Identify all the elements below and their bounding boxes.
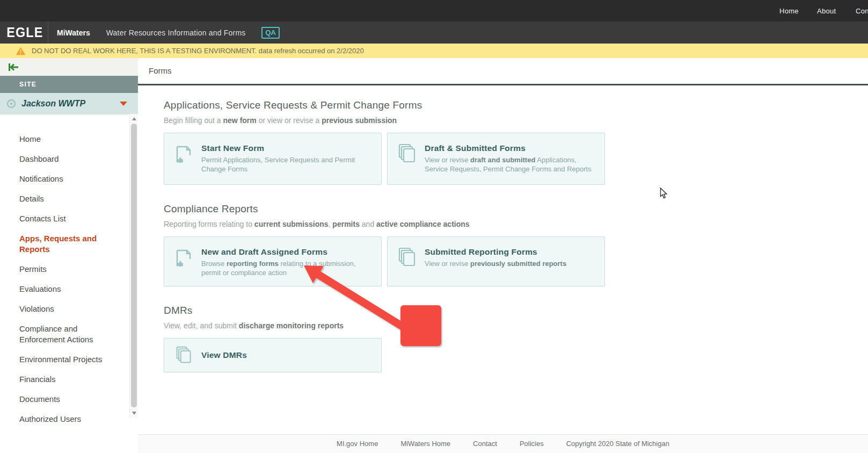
stacked-forms-icon — [175, 346, 193, 364]
new-form-icon — [175, 143, 193, 164]
sidebar-item-permits[interactable]: Permits — [19, 264, 115, 275]
environment-badge: QA — [261, 27, 280, 39]
sidebar-item-compliance-enforcement[interactable]: Compliance and Enforcement Actions — [19, 323, 115, 345]
card-description: Browse reporting forms relating to a sub… — [201, 259, 373, 277]
footer-copyright: Copyright 2020 State of Michigan — [566, 440, 669, 453]
footer-link-miwaters-home[interactable]: MiWaters Home — [400, 440, 450, 453]
page-header: Forms — [138, 58, 868, 85]
topbar-link-home[interactable]: Home — [779, 7, 799, 15]
top-utility-bar: Home About Contact — [0, 0, 868, 21]
card-submitted-reporting-forms[interactable]: Submitted Reporting Forms View or revise… — [387, 236, 605, 286]
card-title: New and Draft Assigned Forms — [201, 247, 373, 257]
testing-environment-banner: DO NOT DO REAL WORK HERE, THIS IS A TEST… — [0, 44, 868, 58]
site-name: Jackson WWTP — [21, 99, 85, 109]
section-heading-compliance: Compliance Reports — [164, 203, 868, 215]
card-new-draft-assigned-forms[interactable]: New and Draft Assigned Forms Browse repo… — [164, 236, 382, 286]
card-title: Draft & Submitted Forms — [425, 143, 596, 153]
app-subtitle: Water Resources Information and Forms — [106, 28, 246, 37]
section-heading-applications: Applications, Service Requests & Permit … — [164, 99, 868, 111]
sidebar-scrollbar[interactable] — [129, 114, 138, 418]
sidebar-item-apps-requests-reports[interactable]: Apps, Requests and Reports — [19, 233, 115, 255]
sidebar-item-notifications[interactable]: Notifications — [19, 174, 115, 184]
card-view-dmrs[interactable]: View DMRs — [164, 338, 382, 372]
main-content: Forms Applications, Service Requests & P… — [138, 58, 868, 453]
footer-link-contact[interactable]: Contact — [473, 440, 497, 453]
warning-icon — [16, 47, 26, 55]
sidebar-item-details[interactable]: Details — [19, 193, 115, 204]
sidebar-item-financials[interactable]: Financials — [19, 374, 115, 385]
section-subtitle-applications: Begin filling out a new form or view or … — [164, 116, 868, 125]
sidebar-item-evaluations[interactable]: Evaluations — [19, 284, 115, 294]
card-title: View DMRs — [201, 350, 247, 360]
section-subtitle-dmrs: View, edit, and submit discharge monitor… — [164, 321, 868, 330]
header-divider — [48, 21, 48, 44]
card-title: Submitted Reporting Forms — [425, 247, 566, 257]
page-title: Forms — [138, 58, 172, 84]
sidebar-item-violations[interactable]: Violations — [19, 304, 115, 314]
sidebar-item-contacts-list[interactable]: Contacts List — [19, 213, 115, 224]
footer-link-migov-home[interactable]: MI.gov Home — [337, 440, 378, 453]
section-heading-dmrs: DMRs — [164, 305, 868, 317]
footer-link-policies[interactable]: Policies — [520, 440, 544, 453]
site-section-label: SITE — [0, 76, 138, 93]
sidebar-nav: Home Dashboard Notifications Details Con… — [0, 114, 115, 425]
sidebar: SITE Jackson WWTP Home Dashboard Notific… — [0, 58, 138, 453]
footer: MI.gov Home MiWaters Home Contact Polici… — [138, 434, 868, 453]
scrollbar-thumb[interactable] — [131, 124, 137, 407]
card-description: View or revise draft and submitted Appli… — [425, 155, 596, 174]
sidebar-item-authorized-users[interactable]: Authorized Users — [19, 414, 115, 425]
chevron-down-icon[interactable] — [120, 102, 127, 106]
card-draft-submitted-forms[interactable]: Draft & Submitted Forms View or revise d… — [387, 133, 605, 185]
collapse-sidebar-icon[interactable] — [8, 63, 19, 71]
scrollbar-up-arrow[interactable] — [132, 117, 136, 120]
card-description: Permit Applications, Service Requests an… — [201, 155, 373, 174]
sidebar-item-dashboard[interactable]: Dashboard — [19, 154, 115, 164]
topbar-link-contact[interactable]: Contact — [856, 7, 868, 15]
sidebar-item-documents[interactable]: Documents — [19, 394, 115, 405]
new-form-icon — [175, 247, 193, 268]
stacked-forms-icon — [398, 143, 417, 164]
stacked-forms-icon — [398, 247, 417, 268]
banner-text: DO NOT DO REAL WORK HERE, THIS IS A TEST… — [32, 47, 364, 55]
sidebar-item-home[interactable]: Home — [19, 134, 115, 145]
app-name[interactable]: MiWaters — [57, 28, 90, 37]
site-selector[interactable]: Jackson WWTP — [0, 93, 138, 114]
section-subtitle-compliance: Reporting forms relating to current subm… — [164, 220, 868, 228]
scrollbar-down-arrow[interactable] — [132, 412, 136, 415]
app-header-bar: EGLE MiWaters Water Resources Informatio… — [0, 21, 868, 44]
card-title: Start New Form — [201, 143, 373, 153]
sidebar-collapse-strip — [0, 58, 138, 76]
topbar-link-about[interactable]: About — [817, 7, 836, 15]
card-description: View or revise previously submitted repo… — [425, 259, 566, 268]
sidebar-item-environmental-projects[interactable]: Environmental Projects — [19, 354, 115, 365]
egle-logo[interactable]: EGLE — [6, 24, 41, 40]
site-target-icon — [6, 99, 16, 109]
card-start-new-form[interactable]: Start New Form Permit Applications, Serv… — [164, 133, 382, 185]
